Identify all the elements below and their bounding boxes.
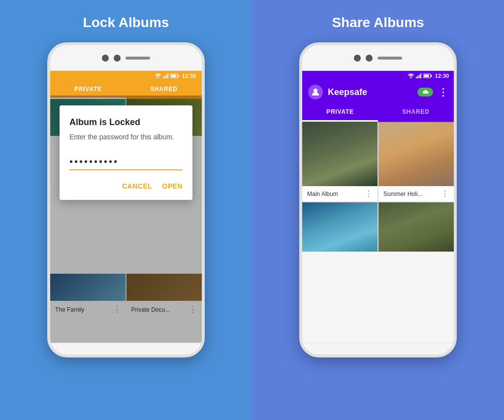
svg-rect-7 [171, 75, 176, 77]
album-card-main[interactable]: Main Album ⋮ [302, 122, 378, 201]
camera-dot-right [114, 55, 121, 62]
dialog-actions: CANCEL OPEN [69, 180, 183, 192]
right-panel-title: Share Albums [332, 15, 424, 31]
camera-dot-left [102, 55, 109, 62]
camera-dot-left-r [354, 55, 361, 62]
album-photo-main [302, 122, 378, 186]
album-card-lying[interactable] [378, 202, 454, 252]
svg-rect-10 [417, 76, 418, 78]
cancel-button[interactable]: CANCEL [122, 180, 152, 192]
svg-rect-12 [420, 73, 421, 78]
album-name-summer: Summer Holi... [383, 191, 422, 197]
signal-icon-left [163, 73, 169, 78]
album-2x2-grid: Main Album ⋮ Summer Holi... ⋮ [302, 122, 454, 252]
wifi-icon-left [155, 73, 161, 78]
app-header: Keepsafe ⋮ [302, 81, 454, 103]
tabs-row-right: PRIVATE SHARED [302, 103, 454, 122]
album-menu-summer[interactable]: ⋮ [441, 189, 449, 198]
signal-icon-right [416, 73, 422, 78]
svg-rect-3 [166, 75, 167, 78]
svg-rect-14 [431, 75, 432, 77]
phone-bottom-bar-left [50, 343, 202, 355]
camera-dot-right-r [366, 55, 373, 62]
album-label-main: Main Album ⋮ [302, 186, 378, 201]
right-phone: 12:30 Keepsafe [299, 42, 457, 357]
svg-point-16 [314, 89, 317, 93]
album-name-main: Main Album [307, 191, 338, 197]
svg-point-0 [157, 77, 158, 79]
cloud-sync-icon[interactable] [417, 88, 433, 97]
open-button[interactable]: OPEN [162, 180, 183, 192]
album-card-summer[interactable]: Summer Holi... ⋮ [378, 122, 454, 201]
password-input[interactable] [69, 156, 183, 170]
left-phone-screen: 12:30 PRIVATE SHARED Album is Locked Ent… [50, 71, 202, 343]
status-icons-left [155, 73, 179, 78]
speaker-bar [126, 57, 150, 60]
person-icon [311, 88, 320, 97]
svg-rect-1 [163, 77, 164, 78]
battery-icon-left [170, 73, 179, 78]
lock-dialog-title: Album is Locked [69, 117, 183, 128]
cloud-icon [421, 89, 429, 95]
left-panel-title: Lock Albums [83, 15, 169, 31]
tab-private-right[interactable]: PRIVATE [302, 103, 378, 122]
svg-rect-6 [178, 75, 179, 77]
album-card-pool[interactable] [302, 202, 378, 252]
svg-rect-15 [424, 75, 429, 77]
battery-icon-right [423, 73, 432, 78]
album-menu-main[interactable]: ⋮ [365, 189, 373, 198]
status-bar-left: 12:30 [50, 71, 202, 81]
svg-rect-11 [419, 75, 420, 78]
svg-rect-2 [164, 76, 165, 78]
svg-rect-9 [416, 77, 417, 78]
phone-top-bezel-right [302, 45, 454, 71]
right-phone-screen: 12:30 Keepsafe [302, 71, 454, 343]
status-bar-right: 12:30 [302, 71, 454, 81]
status-icons-right [408, 73, 432, 78]
album-photo-lying [378, 202, 454, 252]
left-panel: Lock Albums [0, 0, 252, 420]
album-grid-purple: Main Album ⋮ Summer Holi... ⋮ [302, 122, 454, 343]
wifi-icon-right [408, 73, 414, 78]
more-options-icon[interactable]: ⋮ [438, 86, 448, 98]
lock-dialog-overlay: Album is Locked Enter the password for t… [50, 96, 202, 343]
svg-rect-4 [167, 73, 168, 78]
phone-bottom-bar-right [302, 343, 454, 355]
phone-top-bezel [50, 45, 202, 71]
status-time-left: 12:30 [182, 73, 196, 79]
user-avatar-icon[interactable] [308, 85, 323, 99]
album-label-summer: Summer Holi... ⋮ [378, 186, 454, 201]
svg-point-8 [410, 77, 411, 79]
status-time-right: 12:30 [435, 73, 449, 79]
lock-dialog: Album is Locked Enter the password for t… [60, 105, 192, 200]
tab-shared-right[interactable]: SHARED [378, 103, 454, 122]
album-photo-summer [378, 122, 454, 186]
left-phone: 12:30 PRIVATE SHARED Album is Locked Ent… [47, 42, 205, 357]
lock-dialog-subtitle: Enter the password for this album. [69, 132, 183, 142]
speaker-bar-right [378, 57, 402, 60]
right-panel: Share Albums [252, 0, 504, 420]
app-name: Keepsafe [328, 87, 417, 97]
album-photo-pool [302, 202, 378, 252]
